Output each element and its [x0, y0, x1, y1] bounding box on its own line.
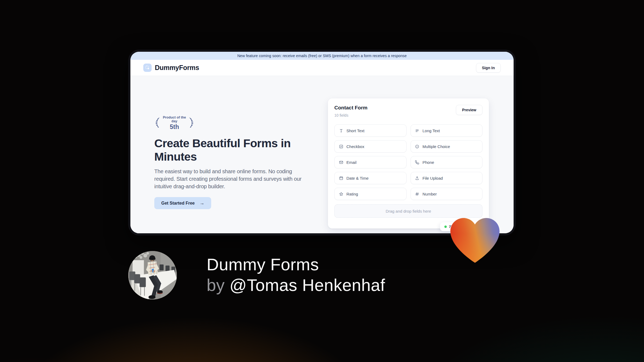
- field-short-text[interactable]: Short Text: [334, 124, 407, 137]
- poty-line2: 5th: [162, 123, 186, 131]
- heart-icon: [450, 217, 500, 264]
- field-label: Short Text: [346, 128, 364, 133]
- attribution-title: Dummy Forms: [207, 254, 385, 275]
- field-label: File Upload: [423, 176, 443, 180]
- poty-line1: Product of the day: [162, 116, 186, 123]
- field-date-time[interactable]: Date & Time: [334, 172, 407, 184]
- sign-in-button[interactable]: Sign In: [476, 63, 501, 73]
- text-icon: [339, 128, 343, 133]
- brand[interactable]: DummyForms: [143, 64, 199, 72]
- field-long-text[interactable]: Long Text: [411, 124, 483, 137]
- field-label: Rating: [346, 192, 358, 196]
- field-email[interactable]: Email: [334, 156, 407, 168]
- field-file-upload[interactable]: File Upload: [411, 172, 483, 184]
- hero-title: Create Beautiful Forms in Minutes: [154, 136, 305, 163]
- field-label: Number: [423, 192, 437, 196]
- field-label: Checkbox: [346, 144, 364, 149]
- lines-icon: [415, 128, 420, 133]
- field-phone[interactable]: Phone: [411, 156, 483, 168]
- author-avatar: [128, 251, 177, 300]
- cursor-select-icon: [143, 64, 152, 72]
- announcement-banner: New feature coming soon: receive emails …: [130, 52, 514, 60]
- field-label: Date & Time: [346, 176, 369, 180]
- radio-icon: [415, 144, 420, 149]
- star-icon: [339, 191, 343, 196]
- field-label: Multiple Choice: [423, 144, 450, 149]
- dropzone-text: Drag and drop fields here: [386, 209, 431, 213]
- brand-name: DummyForms: [155, 64, 199, 72]
- app-window-inner: New feature coming soon: receive emails …: [130, 52, 514, 233]
- app-window: New feature coming soon: receive emails …: [128, 50, 516, 235]
- field-multiple-choice[interactable]: Multiple Choice: [411, 140, 483, 153]
- laurel-left-icon: [154, 116, 160, 130]
- dropzone[interactable]: Drag and drop fields here: [334, 204, 482, 218]
- form-builder-card: Contact Form 10 fields Preview Short Tex…: [328, 98, 489, 228]
- attribution-by: by: [207, 276, 225, 294]
- field-label: Phone: [423, 160, 434, 165]
- top-nav: DummyForms Sign In: [130, 60, 514, 76]
- hero-left-column: Product of the day 5th: [154, 116, 310, 209]
- hero-section: Product of the day 5th: [130, 76, 514, 233]
- envelope-icon: [339, 160, 343, 165]
- calendar-icon: [339, 176, 343, 180]
- attribution: Dummy Forms by @Tomas Henkenhaf: [207, 254, 385, 295]
- field-palette: Short Text Long Text: [334, 124, 482, 200]
- field-checkbox[interactable]: Checkbox: [334, 140, 407, 153]
- preview-button[interactable]: Preview: [456, 105, 482, 115]
- product-of-the-day-badge: Product of the day 5th: [154, 116, 195, 131]
- form-title: Contact Form: [334, 105, 368, 111]
- field-label: Email: [346, 160, 357, 165]
- get-started-button[interactable]: Get Started Free →: [154, 197, 211, 209]
- arrow-right-icon: →: [199, 200, 204, 206]
- announcement-text: New feature coming soon: receive emails …: [237, 54, 407, 58]
- field-number[interactable]: Number: [411, 188, 483, 200]
- cta-label: Get Started Free: [161, 201, 195, 206]
- attribution-author: @Tomas Henkenhaf: [230, 276, 385, 294]
- phone-icon: [415, 160, 420, 165]
- card-header: Contact Form 10 fields Preview: [334, 105, 482, 117]
- form-field-count: 10 fields: [334, 113, 368, 117]
- hero-description: The easiest way to build and share onlin…: [154, 168, 309, 190]
- field-rating[interactable]: Rating: [334, 188, 407, 200]
- status-dot-icon: [444, 226, 447, 228]
- card-header-left: Contact Form 10 fields: [334, 105, 368, 117]
- checkbox-icon: [339, 144, 343, 149]
- laurel-right-icon: [189, 116, 195, 130]
- field-label: Long Text: [423, 128, 440, 133]
- hash-icon: [415, 191, 420, 196]
- attribution-byline: by @Tomas Henkenhaf: [207, 275, 385, 295]
- poty-text: Product of the day 5th: [162, 116, 186, 131]
- upload-icon: [415, 176, 420, 180]
